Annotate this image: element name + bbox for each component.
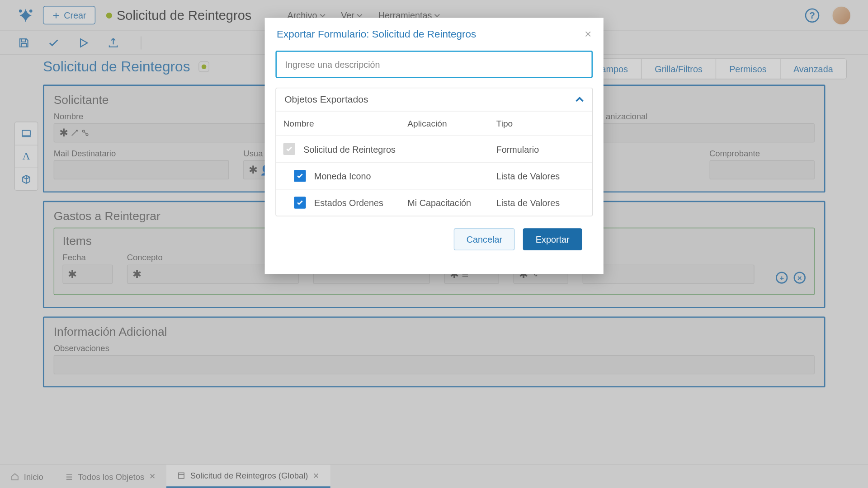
th-tipo: Tipo (496, 118, 585, 128)
section-header: Objetos Exportados (284, 94, 368, 105)
export-button[interactable]: Exportar (523, 228, 582, 250)
row-name: Moneda Icono (314, 171, 371, 181)
row-app: Mi Capacitación (407, 197, 496, 207)
checkbox[interactable] (294, 170, 306, 182)
table-row: Estados OrdenesMi CapacitaciónLista de V… (276, 189, 592, 216)
checkbox[interactable] (283, 143, 295, 155)
row-type: Formulario (496, 144, 585, 154)
table-row: Solicitud de ReintegrosFormulario (276, 135, 592, 162)
chevron-up-icon[interactable] (576, 95, 584, 103)
export-modal: Exportar Formulario: Solicitud de Reinte… (265, 18, 604, 274)
table-row: Moneda IconoLista de Valores (276, 162, 592, 189)
row-type: Lista de Valores (496, 197, 585, 207)
placeholder: Ingrese una descripción (285, 59, 380, 69)
checkbox[interactable] (294, 197, 306, 208)
export-objects-section: Objetos Exportados Nombre Aplicación Tip… (275, 88, 593, 216)
row-name: Estados Ordenes (314, 197, 383, 207)
export-table: Nombre Aplicación Tipo Solicitud de Rein… (276, 111, 592, 216)
th-aplicacion: Aplicación (407, 118, 496, 128)
modal-title: Exportar Formulario: Solicitud de Reinte… (277, 28, 476, 40)
close-icon[interactable]: × (585, 28, 591, 41)
cancel-button[interactable]: Cancelar (454, 228, 515, 250)
row-type: Lista de Valores (496, 171, 585, 181)
row-name: Solicitud de Reintegros (303, 144, 395, 154)
description-input[interactable]: Ingrese una descripción (275, 51, 593, 78)
th-nombre: Nombre (283, 118, 408, 128)
